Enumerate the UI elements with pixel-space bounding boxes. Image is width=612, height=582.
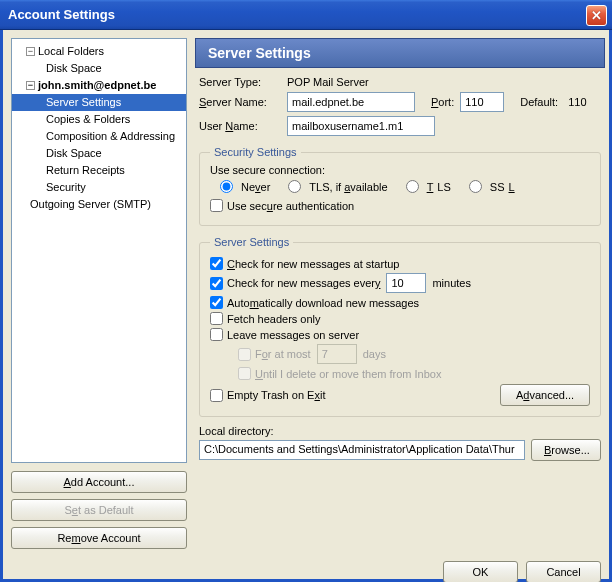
cancel-button[interactable]: Cancel (526, 561, 601, 582)
check-startup-checkbox[interactable]: Check for new messages at startup (210, 257, 590, 270)
secure-auth-checkbox[interactable]: Use secure authentication (210, 199, 590, 212)
server-type-value: POP Mail Server (287, 76, 369, 88)
port-label: Port: (431, 96, 454, 108)
until-delete-checkbox (238, 367, 251, 380)
twisty-icon[interactable]: − (26, 47, 35, 56)
tree-outgoing-smtp[interactable]: Outgoing Server (SMTP) (12, 196, 186, 213)
set-default-button: Set as Default (11, 499, 187, 521)
server-name-input[interactable] (287, 92, 415, 112)
tree-return-receipts[interactable]: Return Receipts (12, 162, 186, 179)
twisty-icon[interactable]: − (26, 81, 35, 90)
remove-account-button[interactable]: Remove Account (11, 527, 187, 549)
security-settings-group: Security Settings Use secure connection:… (199, 146, 601, 226)
ok-button[interactable]: OK (443, 561, 518, 582)
tree-local-folders[interactable]: −Local Folders (12, 43, 186, 60)
default-label: Default: (520, 96, 558, 108)
close-button[interactable]: ✕ (586, 5, 607, 26)
title-bar: Account Settings ✕ (0, 0, 612, 30)
radio-never[interactable]: Never (220, 180, 270, 193)
for-at-most-input (317, 344, 357, 364)
use-secure-label: Use secure connection: (210, 164, 590, 176)
tree-copies-folders[interactable]: Copies & Folders (12, 111, 186, 128)
radio-tls-if[interactable]: TLS, if available (288, 180, 387, 193)
user-name-input[interactable] (287, 116, 435, 136)
advanced-button[interactable]: Advanced... (500, 384, 590, 406)
radio-tls[interactable]: TLS (406, 180, 451, 193)
tree-disk-space-2[interactable]: Disk Space (12, 145, 186, 162)
tree-server-settings[interactable]: Server Settings (12, 94, 186, 111)
add-account-button[interactable]: Add Account... (11, 471, 187, 493)
local-dir-path: C:\Documents and Settings\Administrator\… (199, 440, 525, 460)
panel-header: Server Settings (195, 38, 605, 68)
server-type-label: Server Type: (199, 76, 287, 88)
server-settings-legend: Server Settings (210, 236, 293, 248)
tree-account[interactable]: −john.smith@edpnet.be (12, 77, 186, 94)
tree-composition[interactable]: Composition & Addressing (12, 128, 186, 145)
empty-trash-checkbox[interactable]: Empty Trash on Exit (210, 389, 325, 402)
check-every-checkbox[interactable]: Check for new messages every minutes (210, 273, 590, 293)
user-name-label: User Name: (199, 120, 287, 132)
radio-ssl[interactable]: SSL (469, 180, 515, 193)
for-at-most-row: For at most days (238, 344, 590, 364)
server-settings-group: Server Settings Check for new messages a… (199, 236, 601, 417)
window-title: Account Settings (8, 7, 115, 22)
leave-on-server-checkbox[interactable]: Leave messages on server (210, 328, 590, 341)
for-at-most-checkbox (238, 348, 251, 361)
fetch-headers-checkbox[interactable]: Fetch headers only (210, 312, 590, 325)
default-port-value: 110 (568, 96, 586, 108)
tree-security[interactable]: Security (12, 179, 186, 196)
port-input[interactable] (460, 92, 504, 112)
security-legend: Security Settings (210, 146, 301, 158)
accounts-tree[interactable]: −Local Folders Disk Space −john.smith@ed… (11, 38, 187, 463)
tree-disk-space[interactable]: Disk Space (12, 60, 186, 77)
check-interval-input[interactable] (386, 273, 426, 293)
local-dir-label: Local directory: (199, 425, 601, 437)
server-name-label: Server Name: (199, 96, 287, 108)
auto-download-checkbox[interactable]: Automatically download new messages (210, 296, 590, 309)
browse-button[interactable]: Browse... (531, 439, 601, 461)
until-delete-row: Until I delete or move them from Inbox (238, 367, 590, 380)
close-icon: ✕ (591, 8, 602, 23)
